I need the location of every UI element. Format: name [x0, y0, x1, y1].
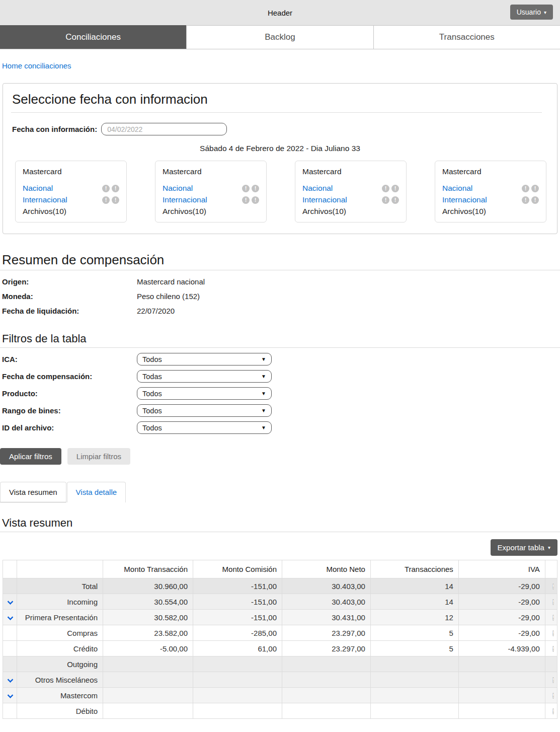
expand-cell[interactable] [3, 625, 17, 641]
expand-cell[interactable] [3, 703, 17, 719]
iva-cell [458, 703, 545, 719]
internacional-link[interactable]: Internacional [442, 195, 487, 204]
expand-cell[interactable] [3, 688, 17, 703]
row-label-cell: Crédito [17, 641, 103, 656]
chevron-down-icon [7, 614, 14, 620]
filter-select[interactable]: Todas ▼ [137, 370, 272, 383]
clear-filters-button[interactable]: Limpiar filtros [67, 448, 130, 465]
date-selection-panel: Seleccione fecha con informacion Fecha c… [3, 83, 557, 234]
row-info-cell[interactable]: ! [545, 672, 557, 688]
tab-vista-detalle[interactable]: Vista detalle [67, 482, 126, 502]
iva-cell [458, 672, 545, 688]
nav-tab-conciliaciones[interactable]: Conciliaciones [0, 25, 186, 49]
row-info-cell[interactable]: ! [545, 625, 557, 641]
table-row: Outgoing [3, 656, 557, 672]
header-title: Header [268, 9, 292, 17]
apply-filters-button[interactable]: Aplicar filtros [0, 448, 61, 465]
expand-cell[interactable] [3, 656, 17, 672]
row-info-cell[interactable]: ! [545, 610, 557, 625]
summary-row: Fecha de liquidación: 22/07/2020 [2, 304, 560, 318]
card-archivos-label: Archivos(10) [302, 207, 399, 216]
monto-comision-cell: -151,00 [193, 594, 282, 610]
exclamation-circle-icon: ! [552, 599, 554, 605]
card-internacional-line: Internacional ! ! [442, 195, 539, 204]
exclamation-circle-icon: ! [552, 677, 554, 683]
row-label: Primera Presentación [25, 613, 98, 622]
monto-transaccion-cell [103, 688, 193, 703]
filter-label: Rango de bines: [2, 406, 137, 415]
status-icon-pair: ! ! [380, 196, 399, 204]
table-row: Mastercom ! [3, 688, 557, 703]
row-info-cell[interactable]: ! [545, 703, 557, 719]
row-label: Compras [67, 629, 98, 637]
section-divider-3 [0, 532, 560, 532]
row-info-cell[interactable] [545, 656, 557, 672]
row-label: Outgoing [67, 660, 98, 669]
brand-card: Mastercard Nacional ! ! Internacional ! … [435, 161, 546, 223]
monto-comision-cell [193, 703, 282, 719]
user-menu-button[interactable]: Usuario ▾ [510, 5, 553, 20]
internacional-link[interactable]: Internacional [302, 195, 347, 204]
row-info-cell[interactable]: ! [545, 641, 557, 656]
expand-cell[interactable] [3, 641, 17, 656]
exclamation-circle-icon: ! [552, 693, 554, 699]
monto-comision-cell: 61,00 [193, 641, 282, 656]
date-input[interactable] [101, 123, 227, 135]
expand-cell[interactable] [3, 672, 17, 688]
transacciones-cell [370, 656, 458, 672]
iva-cell: -4.939,00 [458, 641, 545, 656]
nav-tab-backlog[interactable]: Backlog [186, 25, 373, 49]
status-icon-pair: ! ! [240, 196, 259, 204]
monto-neto-cell: 23.297,00 [282, 625, 370, 641]
card-nacional-line: Nacional ! ! [442, 184, 539, 193]
exclamation-circle-icon: ! [242, 185, 250, 192]
expand-cell[interactable] [3, 578, 17, 594]
card-internacional-line: Internacional ! ! [163, 195, 259, 204]
tab-vista-resumen[interactable]: Vista resumen [0, 482, 66, 502]
nacional-link[interactable]: Nacional [302, 184, 333, 193]
caret-down-icon: ▾ [548, 545, 550, 550]
filter-row: ICA: Todos ▼ [2, 353, 560, 365]
monto-comision-cell: -151,00 [193, 610, 282, 625]
status-icon-pair: ! ! [520, 185, 539, 192]
table-row: Incoming 30.554,00 -151,00 30.403,00 14 … [3, 594, 557, 610]
nacional-link[interactable]: Nacional [23, 184, 53, 193]
filter-select[interactable]: Todos ▼ [137, 387, 272, 400]
section-divider-2 [0, 347, 560, 348]
nacional-link[interactable]: Nacional [163, 184, 193, 193]
status-icon-pair: ! ! [100, 185, 119, 192]
row-info-cell[interactable]: ! [545, 688, 557, 703]
table-row: Otros Misceláneos ! [3, 672, 557, 688]
filter-select[interactable]: Todos ▼ [137, 353, 272, 365]
transacciones-cell [370, 672, 458, 688]
filter-row: Fecha de compensación: Todas ▼ [2, 370, 560, 383]
column-header [3, 560, 17, 578]
date-panel-title: Seleccione fecha con informacion [12, 92, 549, 107]
nacional-link[interactable]: Nacional [442, 184, 472, 193]
expand-cell[interactable] [3, 594, 17, 610]
iva-cell: -29,00 [458, 610, 545, 625]
filter-label: ICA: [2, 355, 137, 363]
expand-cell[interactable] [3, 610, 17, 625]
exclamation-circle-icon: ! [102, 196, 110, 204]
column-header: IVA [458, 560, 545, 578]
internacional-link[interactable]: Internacional [23, 195, 67, 204]
breadcrumb-home-link[interactable]: Home conciliaciones [2, 61, 71, 70]
export-table-button[interactable]: Exportar tabla ▾ [491, 539, 557, 556]
filter-select[interactable]: Todos ▼ [137, 404, 272, 417]
iva-cell [458, 656, 545, 672]
row-label-cell: Débito [17, 703, 103, 719]
nav-tab-transacciones[interactable]: Transacciones [373, 25, 560, 49]
summary-row: Moneda: Peso chileno (152) [2, 289, 560, 304]
exclamation-circle-icon: ! [102, 185, 110, 192]
brand-card: Mastercard Nacional ! ! Internacional ! … [295, 161, 407, 223]
row-info-cell[interactable]: ! [545, 578, 557, 594]
filter-select[interactable]: Todos ▼ [137, 421, 272, 434]
filter-label: Producto: [2, 389, 137, 398]
row-info-cell[interactable]: ! [545, 594, 557, 610]
internacional-link[interactable]: Internacional [163, 195, 207, 204]
date-field-label: Fecha con información: [12, 125, 97, 133]
select-arrow-icon: ▼ [261, 374, 266, 379]
monto-neto-cell: 30.431,00 [282, 610, 370, 625]
transacciones-cell: 14 [370, 578, 458, 594]
